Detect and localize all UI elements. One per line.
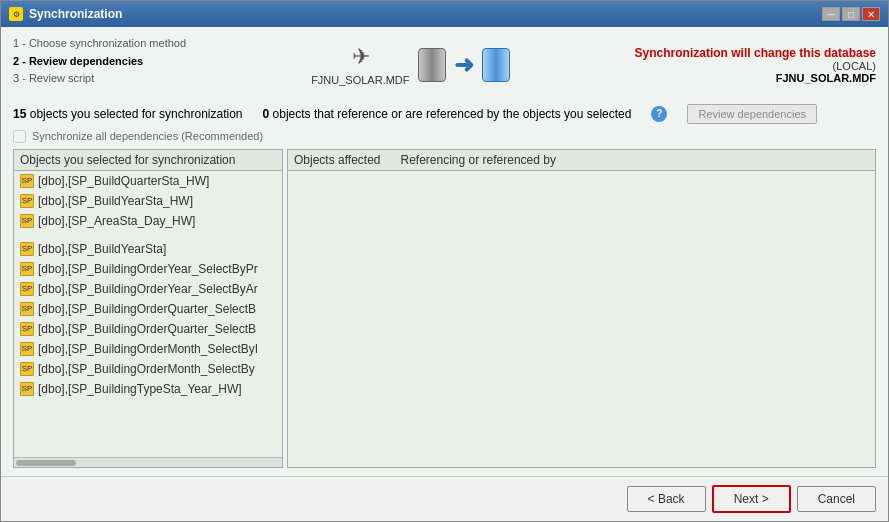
db-area: ✈ FJNU_SOLAR.MDF ➜ <box>311 44 509 86</box>
item-icon: SP <box>20 262 34 276</box>
item-icon: SP <box>20 194 34 208</box>
sync-arrow: ➜ <box>454 51 474 79</box>
selected-count-label: objects you selected for synchronization <box>30 107 243 121</box>
title-bar-left: ⚙ Synchronization <box>9 7 122 21</box>
main-content: 1 - Choose synchronization method 2 - Re… <box>1 27 888 476</box>
item-icon: SP <box>20 214 34 228</box>
source-db-cylinder <box>418 48 446 82</box>
selected-count-num: 15 <box>13 107 26 121</box>
main-window: ⚙ Synchronization ─ □ ✕ 1 - Choose synch… <box>0 0 889 522</box>
left-panel-title: Objects you selected for synchronization <box>20 153 235 167</box>
list-item: SP [dbo],[SP_BuildingOrderQuarter_Select… <box>14 319 282 339</box>
reference-count: 0 objects that reference or are referenc… <box>263 107 632 121</box>
warning-title: Synchronization will change this databas… <box>635 46 876 60</box>
right-panel-body <box>288 171 875 467</box>
window-title: Synchronization <box>29 7 122 21</box>
window-controls: ─ □ ✕ <box>822 7 880 21</box>
list-item: SP [dbo],[SP_BuildingOrderYear_SelectByA… <box>14 279 282 299</box>
counts-row: 15 objects you selected for synchronizat… <box>13 104 876 124</box>
target-db-cylinder <box>482 48 510 82</box>
item-icon: SP <box>20 302 34 316</box>
warning-local: (LOCAL) <box>635 60 876 72</box>
list-item: SP [dbo],[SP_BuildQuarterSta_HW] <box>14 171 282 191</box>
title-bar: ⚙ Synchronization ─ □ ✕ <box>1 1 888 27</box>
sync-dependencies-label: Synchronize all dependencies (Recommende… <box>32 130 263 142</box>
item-label: [dbo],[SP_BuildingOrderQuarter_SelectB <box>38 302 256 316</box>
item-label: [dbo],[SP_BuildingTypeSta_Year_HW] <box>38 382 242 396</box>
reference-count-num: 0 <box>263 107 270 121</box>
reference-count-label: objects that reference or are referenced… <box>273 107 632 121</box>
list-item: SP [dbo],[SP_BuildYearSta_HW] <box>14 191 282 211</box>
left-panel-body[interactable]: SP [dbo],[SP_BuildQuarterSta_HW] SP [dbo… <box>14 171 282 457</box>
source-db-name: FJNU_SOLAR.MDF <box>311 74 409 86</box>
maximize-button[interactable]: □ <box>842 7 860 21</box>
item-label: [dbo],[SP_AreaSta_Day_HW] <box>38 214 195 228</box>
steps-panel: 1 - Choose synchronization method 2 - Re… <box>13 35 186 88</box>
item-label: [dbo],[SP_BuildingOrderMonth_SelectByI <box>38 342 258 356</box>
list-item: SP [dbo],[SP_BuildingTypeSta_Year_HW] <box>14 379 282 399</box>
item-icon: SP <box>20 242 34 256</box>
selected-count: 15 objects you selected for synchronizat… <box>13 107 243 121</box>
right-panel: Objects affected Referencing or referenc… <box>287 149 876 468</box>
help-icon[interactable]: ? <box>651 106 667 122</box>
panels-area: Objects you selected for synchronization… <box>13 149 876 468</box>
list-item: SP [dbo],[SP_BuildingOrderQuarter_Select… <box>14 299 282 319</box>
app-icon: ⚙ <box>9 7 23 21</box>
horizontal-scrollbar[interactable] <box>14 457 282 467</box>
sync-dependencies-checkbox[interactable] <box>13 130 26 143</box>
cancel-button[interactable]: Cancel <box>797 486 876 512</box>
right-panel-header: Objects affected Referencing or referenc… <box>288 150 875 171</box>
item-icon: SP <box>20 322 34 336</box>
review-dependencies-button[interactable]: Review dependencies <box>687 104 817 124</box>
item-label: [dbo],[SP_BuildingOrderMonth_SelectBy <box>38 362 255 376</box>
list-divider <box>14 231 282 239</box>
right-col2-header: Referencing or referenced by <box>401 153 556 167</box>
plane-icon: ✈ <box>352 44 368 70</box>
list-item: SP [dbo],[SP_BuildingOrderMonth_SelectBy… <box>14 339 282 359</box>
list-item: SP [dbo],[SP_AreaSta_Day_HW] <box>14 211 282 231</box>
footer: < Back Next > Cancel <box>1 476 888 521</box>
item-label: [dbo],[SP_BuildingOrderQuarter_SelectB <box>38 322 256 336</box>
item-icon: SP <box>20 342 34 356</box>
list-item: SP [dbo],[SP_BuildingOrderYear_SelectByP… <box>14 259 282 279</box>
item-label: [dbo],[SP_BuildYearSta] <box>38 242 166 256</box>
item-icon: SP <box>20 362 34 376</box>
item-label: [dbo],[SP_BuildYearSta_HW] <box>38 194 193 208</box>
step-3: 3 - Review script <box>13 70 186 88</box>
item-icon: SP <box>20 282 34 296</box>
checkbox-row: Synchronize all dependencies (Recommende… <box>13 130 876 143</box>
step-1: 1 - Choose synchronization method <box>13 35 186 53</box>
item-label: [dbo],[SP_BuildQuarterSta_HW] <box>38 174 209 188</box>
item-label: [dbo],[SP_BuildingOrderYear_SelectByAr <box>38 282 258 296</box>
close-button[interactable]: ✕ <box>862 7 880 21</box>
item-label: [dbo],[SP_BuildingOrderYear_SelectByPr <box>38 262 258 276</box>
item-icon: SP <box>20 382 34 396</box>
step-2: 2 - Review dependencies <box>13 53 186 71</box>
source-db: ✈ FJNU_SOLAR.MDF <box>311 44 409 86</box>
minimize-button[interactable]: ─ <box>822 7 840 21</box>
warning-db: FJNU_SOLAR.MDF <box>635 72 876 84</box>
scrollbar-thumb <box>16 460 76 466</box>
right-col1-header: Objects affected <box>294 153 381 167</box>
sync-warning: Synchronization will change this databas… <box>635 46 876 84</box>
top-area: 1 - Choose synchronization method 2 - Re… <box>13 35 876 96</box>
list-item: SP [dbo],[SP_BuildingOrderMonth_SelectBy <box>14 359 282 379</box>
back-button[interactable]: < Back <box>627 486 706 512</box>
left-panel-header: Objects you selected for synchronization <box>14 150 282 171</box>
list-item: SP [dbo],[SP_BuildYearSta] <box>14 239 282 259</box>
item-icon: SP <box>20 174 34 188</box>
left-panel: Objects you selected for synchronization… <box>13 149 283 468</box>
next-button[interactable]: Next > <box>712 485 791 513</box>
